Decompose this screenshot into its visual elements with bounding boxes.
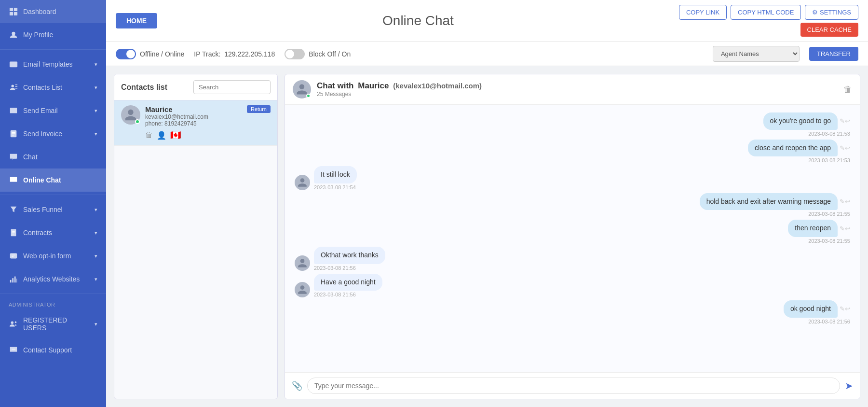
sidebar-label-email-templates: Email Templates xyxy=(23,60,72,68)
contacts-list: Maurice kevalex10@hotmail.com phone: 819… xyxy=(114,100,277,399)
block-knob xyxy=(285,50,294,58)
received-avatar-3 xyxy=(295,175,310,190)
ip-track-prefix: IP Track: xyxy=(194,50,220,58)
avatar-wrap xyxy=(121,105,140,125)
contacts-panel: Contacts list Maurice xyxy=(114,74,278,399)
msg-action-icon-2[interactable]: ✎↩ xyxy=(840,144,850,152)
topbar-actions-row1: COPY LINK COPY HTML CODE ⚙ SETTINGS xyxy=(679,5,858,20)
svg-rect-0 xyxy=(10,8,13,11)
offline-online-label: Offline / Online xyxy=(140,50,184,58)
message-bubble-wrap-4: hold back and exit after warning message… xyxy=(700,193,850,217)
sidebar-item-send-invoice[interactable]: Send Invoice ▾ xyxy=(0,122,106,145)
sidebar-item-contracts[interactable]: Contracts ▾ xyxy=(0,221,106,244)
chat-avatar xyxy=(293,80,311,98)
received-avatar-7 xyxy=(295,282,310,297)
sidebar-item-analytics[interactable]: Analytics Websites ▾ xyxy=(0,267,106,291)
sidebar-item-send-email[interactable]: Send Email ▾ xyxy=(0,99,106,122)
messages-area: ok you're good to go ✎↩ 2023-03-08 21:53… xyxy=(285,105,860,372)
message-bubble-wrap-2: close and reopen the app ✎↩ 2023-03-08 2… xyxy=(748,140,850,164)
attach-button[interactable]: 📎 xyxy=(292,380,302,391)
sidebar-item-contacts-list[interactable]: Contacts List ▾ xyxy=(0,76,106,99)
sidebar-item-online-chat[interactable]: Online Chat xyxy=(0,168,106,192)
online-chat-icon xyxy=(9,175,18,185)
delete-chat-button[interactable]: 🗑 xyxy=(843,84,852,95)
ip-track-label: IP Track: 129.222.205.118 xyxy=(194,50,275,58)
svg-point-28 xyxy=(11,322,14,324)
block-toggle[interactable] xyxy=(285,49,305,59)
msg-action-icon-8[interactable]: ✎↩ xyxy=(840,305,850,312)
svg-rect-3 xyxy=(14,12,17,15)
message-row-5: then reopen ✎↩ 2023-03-08 21:55 xyxy=(295,220,850,244)
message-row-2: close and reopen the app ✎↩ 2023-03-08 2… xyxy=(295,140,850,164)
msg-time-1: 2023-03-08 21:53 xyxy=(808,131,850,137)
msg-action-icon-5[interactable]: ✎↩ xyxy=(840,225,850,232)
message-bubble-5: then reopen xyxy=(788,220,838,237)
topbar-actions-row2: CLEAR CACHE xyxy=(800,23,858,37)
sidebar-item-web-opt-in[interactable]: Web opt-in form ▾ xyxy=(0,244,106,267)
copy-link-button[interactable]: COPY LINK xyxy=(679,5,727,20)
message-bubble-wrap-5: then reopen ✎↩ 2023-03-08 21:55 xyxy=(788,220,850,244)
web-opt-in-icon xyxy=(9,251,18,261)
sidebar-item-email-templates[interactable]: Email Templates ▾ xyxy=(0,53,106,76)
contact-info: Maurice kevalex10@hotmail.com phone: 819… xyxy=(145,105,242,127)
chevron-contracts: ▾ xyxy=(95,230,97,236)
svg-rect-26 xyxy=(14,277,16,283)
message-row-4: hold back and exit after warning message… xyxy=(295,193,850,217)
message-bubble-wrap-8: ok good night ✎↩ 2023-03-08 21:56 xyxy=(784,300,850,324)
topbar: HOME Online Chat COPY LINK COPY HTML COD… xyxy=(106,0,868,42)
transfer-button[interactable]: TRANSFER xyxy=(809,47,858,61)
offline-online-toggle[interactable] xyxy=(116,49,136,59)
sidebar-item-registered-users[interactable]: REGISTERED USERS ▾ xyxy=(0,309,106,338)
main-content: HOME Online Chat COPY LINK COPY HTML COD… xyxy=(106,0,868,407)
svg-point-16 xyxy=(14,179,15,180)
chevron-registered-users: ▾ xyxy=(95,321,97,327)
chat-panel: Chat with Maurice (kevalex10@hotmail.com… xyxy=(285,74,860,399)
contacts-list-icon xyxy=(9,83,18,92)
svg-point-15 xyxy=(13,179,14,180)
send-button[interactable]: ➤ xyxy=(845,380,853,392)
clear-cache-button[interactable]: CLEAR CACHE xyxy=(800,23,858,37)
svg-rect-24 xyxy=(10,280,12,282)
chevron-contacts-list: ▾ xyxy=(95,84,97,91)
delete-contact-icon[interactable]: 🗑 xyxy=(145,131,153,140)
msg-time-8: 2023-03-08 21:56 xyxy=(808,319,850,324)
toggle-knob xyxy=(126,50,135,58)
message-row-7: Have a good night 2023-03-08 21:56 xyxy=(295,274,850,298)
contact-item-maurice[interactable]: Maurice kevalex10@hotmail.com phone: 819… xyxy=(114,100,277,146)
copy-html-button[interactable]: COPY HTML CODE xyxy=(731,5,801,20)
message-row-3: It still lock 2023-03-08 21:54 xyxy=(295,166,850,190)
content-area: Contacts list Maurice xyxy=(106,66,868,407)
page-title: Online Chat xyxy=(162,13,674,28)
profile-icon xyxy=(9,30,18,40)
agent-names-select[interactable]: Agent Names xyxy=(713,46,800,62)
sidebar-label-chat: Chat xyxy=(23,153,38,161)
chevron-send-email: ▾ xyxy=(95,108,97,114)
chat-contact-name: Maurice xyxy=(358,81,389,90)
svg-rect-25 xyxy=(12,278,14,282)
chat-online-dot xyxy=(306,94,311,98)
sidebar-label-send-invoice: Send Invoice xyxy=(23,130,62,138)
settings-button[interactable]: ⚙ SETTINGS xyxy=(805,5,858,20)
chat-icon xyxy=(9,152,18,162)
sidebar-item-chat[interactable]: Chat xyxy=(0,145,106,168)
message-input[interactable] xyxy=(307,378,840,394)
edit-contact-icon[interactable]: 👤 xyxy=(157,131,166,140)
sidebar-label-registered-users: REGISTERED USERS xyxy=(23,316,90,332)
sidebar-item-profile[interactable]: My Profile xyxy=(0,23,106,46)
msg-action-icon-1[interactable]: ✎↩ xyxy=(840,117,850,125)
home-button[interactable]: HOME xyxy=(116,13,157,28)
chat-header-info: Chat with Maurice (kevalex10@hotmail.com… xyxy=(317,81,838,98)
offline-online-toggle-wrap: Offline / Online xyxy=(116,49,184,59)
search-input[interactable] xyxy=(193,80,271,94)
chat-with-prefix: Chat with xyxy=(317,81,354,90)
block-toggle-wrap: Block Off / On xyxy=(285,49,351,59)
chat-message-count: 25 Messages xyxy=(317,91,838,98)
chat-contact-email: (kevalex10@hotmail.com) xyxy=(393,82,482,90)
sidebar-item-dashboard[interactable]: Dashboard xyxy=(0,0,106,23)
sidebar-item-sales-funnel[interactable]: Sales Funnel ▾ xyxy=(0,198,106,221)
received-avatar-6 xyxy=(295,255,310,271)
sidebar-label-send-email: Send Email xyxy=(23,107,58,114)
msg-action-icon-4[interactable]: ✎↩ xyxy=(840,198,850,205)
chevron-web-opt-in: ▾ xyxy=(95,253,97,259)
sidebar-item-contact-support[interactable]: Contact Support xyxy=(0,338,106,362)
